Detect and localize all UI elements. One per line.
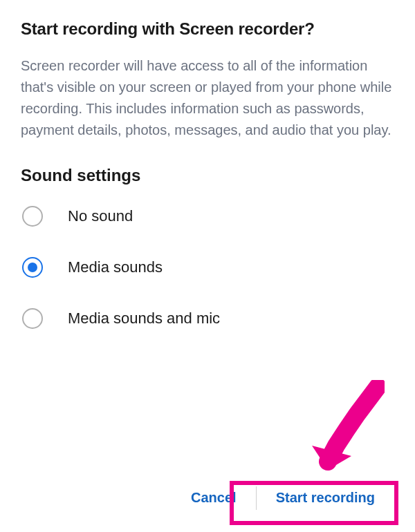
radio-option-no-sound[interactable]: No sound — [22, 206, 394, 227]
dialog-title: Start recording with Screen recorder? — [21, 19, 394, 39]
dialog-description: Screen recorder will have access to all … — [21, 55, 394, 141]
radio-option-media-sounds[interactable]: Media sounds — [22, 257, 394, 278]
radio-label: Media sounds and mic — [68, 310, 220, 327]
sound-settings-heading: Sound settings — [21, 166, 394, 185]
radio-icon — [22, 206, 43, 227]
radio-icon — [22, 308, 43, 329]
radio-label: No sound — [68, 207, 133, 225]
start-recording-button[interactable]: Start recording — [257, 479, 394, 517]
dialog-button-row: Cancel Start recording — [0, 479, 415, 517]
sound-settings-radio-group: No sound Media sounds Media sounds and m… — [21, 206, 394, 329]
radio-icon — [22, 257, 43, 278]
cancel-button[interactable]: Cancel — [172, 479, 256, 517]
radio-label: Media sounds — [68, 258, 163, 276]
radio-option-media-sounds-and-mic[interactable]: Media sounds and mic — [22, 308, 394, 329]
annotation-arrow-icon — [302, 380, 385, 477]
